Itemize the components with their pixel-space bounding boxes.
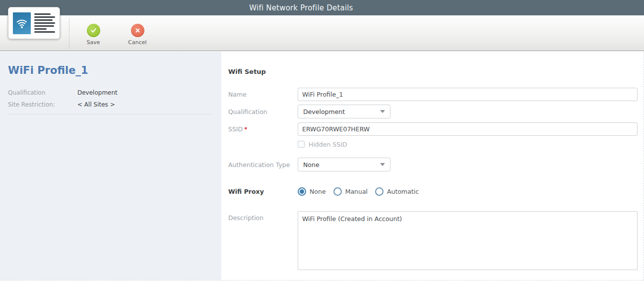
list-icon bbox=[34, 13, 55, 33]
qualification-selected-value: Development bbox=[303, 108, 345, 115]
qualification-select[interactable]: Development bbox=[298, 105, 390, 118]
radio-button[interactable] bbox=[298, 187, 306, 196]
description-textarea[interactable]: WiFi Profile (Created in Account) bbox=[298, 211, 638, 270]
summary-divider bbox=[8, 114, 213, 114]
window-title: Wifi Network Profile Details bbox=[249, 3, 353, 12]
save-button[interactable]: Save bbox=[79, 15, 107, 51]
wifi-profile-card-icon bbox=[8, 7, 60, 39]
wifi-proxy-row: Wifi Proxy None Manual Automatic bbox=[228, 185, 638, 197]
check-icon bbox=[87, 24, 100, 37]
name-input[interactable] bbox=[298, 88, 638, 101]
wifi-setup-form: Wifi Setup Name Qualification Developmen… bbox=[221, 52, 644, 280]
profile-summary-panel: WiFi Profile_1 Qualification Development… bbox=[0, 52, 221, 280]
cancel-button[interactable]: Cancel bbox=[124, 15, 151, 51]
summary-qualification-label: Qualification bbox=[8, 89, 77, 96]
summary-site-restriction-label: Site Restriction: bbox=[8, 101, 77, 108]
summary-site-restriction-value: < All Sites > bbox=[77, 101, 115, 108]
hidden-ssid-checkbox[interactable] bbox=[298, 141, 305, 148]
chevron-down-icon bbox=[380, 110, 385, 113]
authentication-type-row: Authentication Type None bbox=[228, 158, 638, 171]
radio-label: None bbox=[310, 188, 326, 195]
save-button-label: Save bbox=[86, 39, 100, 46]
wifi-proxy-option-manual[interactable]: Manual bbox=[333, 187, 368, 196]
window-titlebar: Wifi Network Profile Details bbox=[0, 0, 644, 15]
description-row: Description WiFi Profile (Created in Acc… bbox=[228, 211, 638, 270]
ssid-label: SSID* bbox=[228, 125, 298, 133]
ssid-row: SSID* bbox=[228, 122, 638, 136]
ssid-input[interactable] bbox=[298, 122, 638, 136]
name-row: Name bbox=[228, 88, 638, 101]
description-label: Description bbox=[228, 211, 298, 222]
hidden-ssid-label: Hidden SSID bbox=[309, 141, 347, 148]
summary-row-qualification: Qualification Development bbox=[8, 89, 213, 96]
radio-button[interactable] bbox=[375, 187, 384, 196]
cancel-button-label: Cancel bbox=[128, 39, 146, 46]
x-icon bbox=[131, 24, 144, 37]
radio-button[interactable] bbox=[333, 187, 342, 196]
wifi-proxy-radio-group: None Manual Automatic bbox=[298, 187, 419, 196]
qualification-label: Qualification bbox=[228, 108, 298, 115]
name-label: Name bbox=[228, 91, 298, 98]
radio-label: Manual bbox=[345, 188, 368, 195]
authentication-type-label: Authentication Type bbox=[228, 161, 298, 169]
required-asterisk: * bbox=[244, 125, 247, 133]
profile-title: WiFi Profile_1 bbox=[8, 64, 213, 76]
authentication-type-select[interactable]: None bbox=[298, 158, 390, 171]
content-area: WiFi Profile_1 Qualification Development… bbox=[0, 52, 644, 281]
wifi-proxy-label: Wifi Proxy bbox=[228, 188, 298, 195]
toolbar: Save Cancel bbox=[0, 15, 644, 51]
chevron-down-icon bbox=[380, 163, 385, 166]
wifi-proxy-option-automatic[interactable]: Automatic bbox=[375, 187, 419, 196]
toolbar-separator bbox=[69, 18, 69, 48]
radio-label: Automatic bbox=[387, 188, 419, 195]
form-heading: Wifi Setup bbox=[228, 68, 638, 75]
wifi-proxy-option-none[interactable]: None bbox=[298, 187, 326, 196]
summary-row-site-restriction: Site Restriction: < All Sites > bbox=[8, 101, 213, 108]
qualification-row: Qualification Development bbox=[228, 105, 638, 118]
summary-qualification-value: Development bbox=[77, 89, 118, 96]
wifi-icon bbox=[13, 12, 31, 34]
wifi-profile-details-window: Wifi Network Profile Details bbox=[0, 0, 644, 282]
authentication-type-selected-value: None bbox=[303, 161, 320, 169]
hidden-ssid-row: Hidden SSID bbox=[298, 140, 638, 148]
